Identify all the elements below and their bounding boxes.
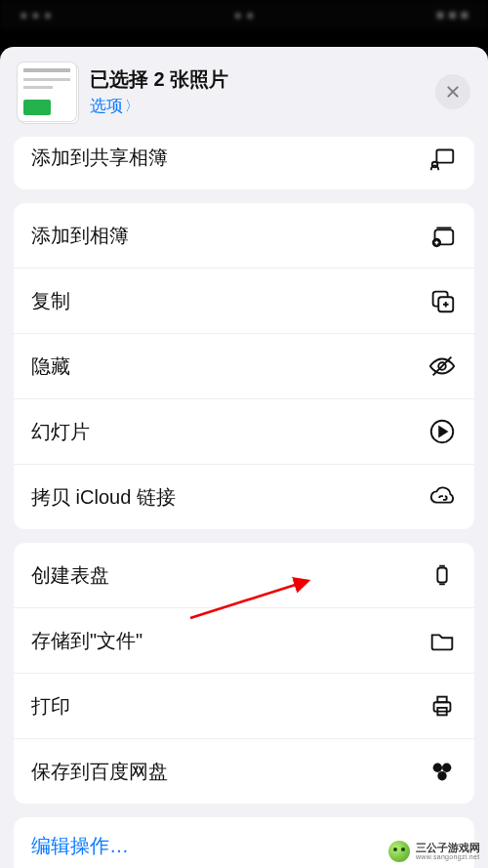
action-label: 幻灯片 xyxy=(31,419,90,445)
svg-rect-0 xyxy=(436,150,453,163)
hide-icon xyxy=(427,351,457,381)
svg-rect-10 xyxy=(437,697,446,703)
edit-actions-label: 编辑操作… xyxy=(31,835,129,856)
action-create-watch-face[interactable]: 创建表盘 xyxy=(14,543,474,607)
status-bar: ● ● ●● ●■ ■ ■ xyxy=(0,0,488,29)
watermark: 三公子游戏网 www.sangongzi.net xyxy=(388,841,480,862)
add-to-album-icon xyxy=(427,221,457,250)
action-label: 隐藏 xyxy=(31,353,70,380)
action-label: 添加到共享相簿 xyxy=(31,145,168,171)
action-label: 拷贝 iCloud 链接 xyxy=(31,484,176,511)
svg-rect-8 xyxy=(437,568,446,583)
options-link[interactable]: 选项 〉 xyxy=(90,95,422,117)
action-group-0: 添加到共享相簿 xyxy=(14,137,474,189)
action-print[interactable]: 打印 xyxy=(14,673,474,738)
action-group-2: 创建表盘 存储到"文件" 打印 保存到百度网盘 xyxy=(14,543,474,804)
watch-face-icon xyxy=(427,560,457,590)
sheet-header: 已选择 2 张照片 选项 〉 xyxy=(0,47,488,137)
svg-point-13 xyxy=(442,764,451,772)
selection-thumbnail[interactable] xyxy=(18,62,76,121)
copy-icon xyxy=(427,286,457,315)
action-label: 保存到百度网盘 xyxy=(31,759,168,785)
sheet-title: 已选择 2 张照片 xyxy=(90,66,422,93)
action-save-baidu-pan[interactable]: 保存到百度网盘 xyxy=(14,738,474,804)
watermark-cn: 三公子游戏网 xyxy=(416,843,480,853)
baidu-pan-icon xyxy=(427,757,457,786)
slideshow-icon xyxy=(427,417,457,446)
action-label: 打印 xyxy=(31,693,70,720)
files-icon xyxy=(427,626,457,655)
watermark-icon xyxy=(388,841,410,862)
action-hide[interactable]: 隐藏 xyxy=(14,333,474,398)
watermark-en: www.sangongzi.net xyxy=(416,853,480,860)
svg-point-12 xyxy=(433,764,442,772)
print-icon xyxy=(427,691,457,721)
action-label: 复制 xyxy=(31,288,70,314)
action-label: 添加到相簿 xyxy=(31,223,129,249)
chevron-right-icon: 〉 xyxy=(125,98,139,115)
shared-album-icon xyxy=(427,143,457,172)
icloud-link-icon xyxy=(427,482,457,512)
svg-point-14 xyxy=(437,771,446,780)
close-icon xyxy=(445,84,461,100)
action-add-to-album[interactable]: 添加到相簿 xyxy=(14,203,474,268)
share-sheet: 已选择 2 张照片 选项 〉 添加到共享相簿 添加到相簿 xyxy=(0,47,488,868)
action-copy[interactable]: 复制 xyxy=(14,268,474,333)
action-label: 创建表盘 xyxy=(31,562,109,589)
options-label: 选项 xyxy=(90,95,123,117)
action-slideshow[interactable]: 幻灯片 xyxy=(14,398,474,464)
close-button[interactable] xyxy=(435,74,470,109)
action-label: 存储到"文件" xyxy=(31,628,142,654)
actions-scroll[interactable]: 添加到共享相簿 添加到相簿 复制 隐藏 xyxy=(0,137,488,868)
action-save-to-files[interactable]: 存储到"文件" xyxy=(14,607,474,673)
action-add-shared-album[interactable]: 添加到共享相簿 xyxy=(14,137,474,189)
action-icloud-link[interactable]: 拷贝 iCloud 链接 xyxy=(14,464,474,529)
action-group-1: 添加到相簿 复制 隐藏 幻灯片 xyxy=(14,203,474,529)
